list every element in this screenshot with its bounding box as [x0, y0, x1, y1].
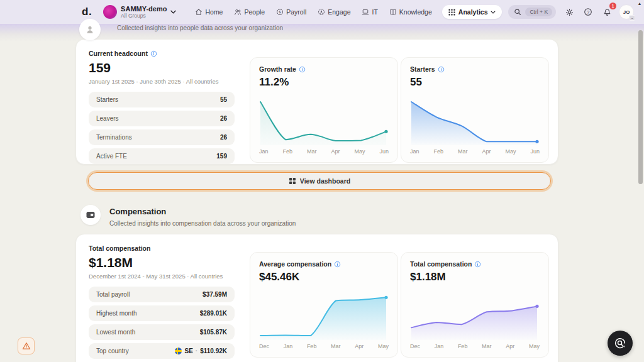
headcount-title-row: Current headcount: [89, 50, 235, 57]
compensation-section-header: Compensation Collected insights into com…: [80, 205, 296, 227]
nav-label: IT: [372, 8, 377, 16]
nav-label: Knowledge: [399, 8, 432, 16]
app-logo[interactable]: d.: [82, 6, 92, 18]
growth-rate-chart-card[interactable]: Growth rate 11.2% JanFebMarAprMayJun: [250, 57, 398, 163]
nav-label: Payroll: [286, 8, 306, 16]
nav-item-home[interactable]: Home: [195, 8, 223, 16]
chart-svg: [410, 294, 540, 341]
search-button[interactable]: Ctrl + K: [508, 5, 556, 19]
compensation-section-title: Compensation: [109, 207, 296, 216]
starters-title: Starters: [410, 65, 435, 73]
view-dashboard-button[interactable]: View dashboard: [88, 172, 551, 190]
chart-svg: [259, 99, 389, 146]
workspace-switcher[interactable]: SAMMY-demo All Groups: [103, 5, 176, 19]
nav-label: Home: [205, 8, 223, 16]
top-navigation-bar: d. SAMMY-demo All Groups Home People $ P…: [0, 0, 644, 24]
x-axis-tick: Apr: [355, 343, 364, 349]
x-axis-tick: Mar: [482, 343, 492, 349]
info-icon[interactable]: [438, 66, 445, 73]
workspace-text: SAMMY-demo All Groups: [121, 5, 167, 19]
workspace-name: SAMMY-demo: [121, 5, 167, 13]
help-button[interactable]: ?: [581, 5, 595, 19]
stat-label: Active FTE: [96, 153, 127, 160]
stat-row-highest-month[interactable]: Highest month $289.01K: [89, 305, 235, 321]
average-compensation-chart: [259, 294, 389, 341]
info-icon[interactable]: [334, 261, 341, 268]
bell-icon: [603, 8, 611, 16]
x-axis-tick: Apr: [331, 148, 340, 155]
people-insights-card: Current headcount 159 January 1st 2025 -…: [75, 39, 558, 165]
chevron-down-icon: [491, 11, 496, 14]
payroll-icon: $: [276, 8, 284, 16]
stat-row-lowest-month[interactable]: Lowest month $105.87K: [89, 324, 235, 340]
notifications-button[interactable]: 1: [600, 5, 614, 19]
chart-svg: [410, 99, 540, 146]
chart-svg: [259, 294, 389, 341]
headcount-value: 159: [89, 60, 235, 75]
stat-row-total-payroll[interactable]: Total payroll $37.59M: [89, 287, 235, 302]
nav-item-payroll[interactable]: $ Payroll: [276, 8, 306, 16]
nav-item-people[interactable]: People: [234, 8, 265, 16]
warning-button[interactable]: [18, 337, 35, 354]
x-axis-tick: Dec: [259, 343, 269, 349]
x-axis-tick: May: [529, 343, 540, 349]
grid-icon: [448, 9, 455, 16]
info-icon[interactable]: [474, 261, 481, 268]
avg-comp-title: Average compensation: [259, 260, 331, 268]
nav-label: Engage: [328, 8, 350, 16]
stat-row-leavers[interactable]: Leavers 26: [89, 111, 235, 126]
stat-label: Highest month: [96, 310, 136, 317]
presence-indicator: –: [629, 15, 635, 21]
dashboard-grid-icon: [289, 177, 296, 185]
stat-value: $37.59M: [203, 291, 227, 298]
stat-row-active-fte[interactable]: Active FTE 159: [89, 148, 235, 164]
nav-item-it[interactable]: IT: [362, 8, 377, 16]
compensation-section-text: Compensation Collected insights into com…: [109, 205, 296, 227]
nav-item-knowledge[interactable]: Knowledge: [389, 8, 432, 16]
app-window: d. SAMMY-demo All Groups Home People $ P…: [0, 0, 644, 362]
compensation-title-row: Total compensation: [89, 244, 235, 252]
people-section-subtitle: Collected insights into people data acro…: [117, 25, 283, 31]
stat-row-starters[interactable]: Starters 55: [89, 92, 235, 107]
stat-value: 55: [220, 96, 227, 103]
total-compensation-chart-card[interactable]: Total compensation $1.18M DecJanFebMarAp…: [401, 252, 549, 358]
settings-button[interactable]: [562, 5, 576, 19]
nav-item-analytics[interactable]: Analytics: [442, 5, 502, 19]
analytics-label: Analytics: [458, 8, 488, 16]
user-avatar[interactable]: JO –: [619, 4, 634, 19]
average-compensation-chart-card[interactable]: Average compensation $45.46K DecJanFebMa…: [250, 252, 398, 358]
chevron-down-icon: [170, 10, 176, 14]
x-axis-tick: Jan: [410, 148, 419, 155]
person-icon: [85, 25, 95, 35]
starters-value: 55: [410, 76, 540, 89]
stat-row-terminations[interactable]: Terminations 26: [89, 129, 235, 145]
avg-comp-value: $45.46K: [259, 271, 389, 283]
x-axis-tick: May: [505, 148, 516, 155]
stat-row-top-country[interactable]: Top country SE · $110.92K: [89, 343, 235, 359]
stat-value: 159: [216, 153, 227, 160]
chart-x-labels: JanFebMarAprMayJun: [259, 148, 389, 155]
nav-item-engage[interactable]: Engage: [318, 8, 350, 16]
country-value: $110.92K: [200, 348, 227, 354]
zoom-orbit-icon: [614, 337, 626, 349]
starters-chart-card[interactable]: Starters 55 JanFebMarAprMayJun: [401, 57, 549, 163]
home-icon: [195, 8, 203, 16]
user-initials: JO: [623, 9, 630, 15]
gear-icon: [565, 8, 574, 16]
compensation-section-subtitle: Collected insights into compensation dat…: [109, 220, 296, 227]
svg-text:?: ?: [587, 9, 589, 15]
info-icon[interactable]: [150, 50, 157, 57]
total-comp-title-row: Total compensation: [410, 260, 540, 268]
scrollbar-thumb[interactable]: [638, 30, 643, 184]
people-section-icon: [79, 19, 101, 40]
x-axis-tick: Jan: [284, 343, 293, 349]
scrollbar-up-arrow[interactable]: ▲: [637, 1, 642, 6]
screen-zoom-button[interactable]: [608, 331, 633, 356]
info-icon[interactable]: [299, 66, 306, 73]
stat-value: $289.01K: [200, 310, 227, 317]
view-dashboard-label: View dashboard: [300, 177, 350, 185]
x-axis-tick: Mar: [307, 148, 317, 155]
nav-label: People: [244, 8, 265, 16]
chart-x-labels: DecJanFebMarAprMay: [259, 343, 389, 349]
compensation-section-icon: [80, 205, 101, 225]
